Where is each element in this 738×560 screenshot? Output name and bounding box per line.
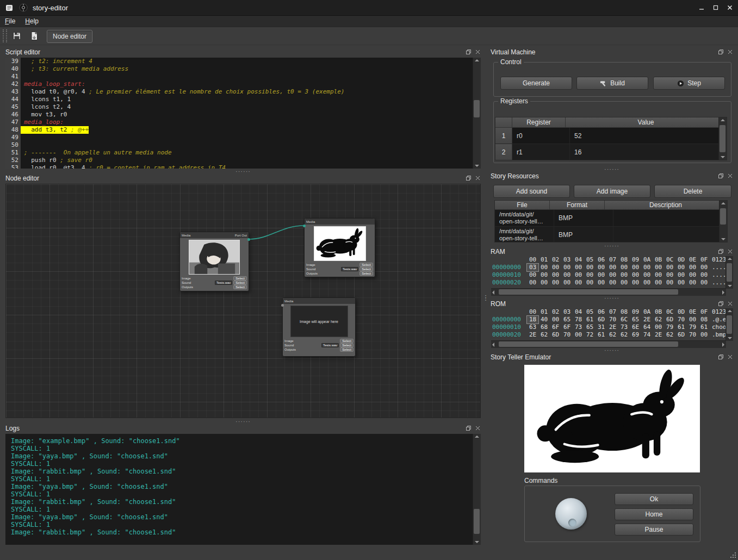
hex-byte[interactable]: 00 xyxy=(618,264,630,271)
scroll-up-arrow[interactable] xyxy=(726,256,733,263)
hex-byte[interactable]: 00 xyxy=(550,271,561,279)
description-cell[interactable] xyxy=(613,227,727,242)
hex-byte[interactable]: 74 xyxy=(641,331,653,339)
float-panel-button[interactable] xyxy=(717,248,724,255)
scroll-left-arrow[interactable] xyxy=(491,289,498,296)
hex-byte[interactable]: 00 xyxy=(687,271,698,279)
scroll-right-arrow[interactable] xyxy=(719,341,726,348)
hex-byte[interactable]: 00 xyxy=(573,264,584,271)
node-row-select-button[interactable]: Select xyxy=(359,271,373,276)
close-panel-button[interactable] xyxy=(727,248,734,255)
scroll-up-arrow[interactable] xyxy=(473,434,480,441)
close-panel-button[interactable] xyxy=(727,300,734,307)
hex-byte[interactable]: 00 xyxy=(641,279,653,287)
register-row[interactable]: 1 r0 52 xyxy=(495,128,727,144)
hex-byte[interactable]: 00 xyxy=(698,271,710,279)
hex-byte[interactable]: 00 xyxy=(573,279,584,287)
logs-panel-header[interactable]: Logs xyxy=(3,423,483,434)
hex-byte[interactable]: 00 xyxy=(527,279,538,287)
hex-byte[interactable]: 40 xyxy=(538,316,550,323)
register-row[interactable]: 2 r1 16 xyxy=(495,144,727,160)
hex-byte[interactable]: 00 xyxy=(596,264,607,271)
hex-byte[interactable]: 63 xyxy=(527,323,538,331)
node-row-select-button[interactable]: Select xyxy=(340,343,354,347)
hex-byte[interactable]: 2E xyxy=(641,316,653,323)
scroll-right-arrow[interactable] xyxy=(719,289,726,296)
hex-byte[interactable]: 6F xyxy=(550,323,561,331)
hex-byte[interactable]: 00 xyxy=(538,271,550,279)
minimize-button[interactable] xyxy=(694,0,709,15)
hex-byte[interactable]: 6C xyxy=(618,316,630,323)
node-editor-panel-header[interactable]: Node editor xyxy=(3,173,483,184)
close-panel-button[interactable] xyxy=(474,425,481,432)
hex-byte[interactable]: 65 xyxy=(584,323,596,331)
node-canvas[interactable]: Media Port Out ImageSelectSoundTests.wav… xyxy=(5,184,481,418)
input-port[interactable] xyxy=(303,225,306,227)
scroll-thumb[interactable] xyxy=(720,208,726,225)
hex-byte[interactable]: 00 xyxy=(664,271,675,279)
close-panel-button[interactable] xyxy=(474,48,481,55)
hex-byte[interactable]: 00 xyxy=(630,279,641,287)
save-button[interactable] xyxy=(10,29,24,43)
logs-scrollbar[interactable] xyxy=(473,434,481,545)
hex-byte[interactable]: 18 xyxy=(527,316,538,323)
hex-byte[interactable]: 00 xyxy=(630,264,641,271)
hex-byte[interactable]: 79 xyxy=(687,323,698,331)
hex-byte[interactable]: 62 xyxy=(664,331,675,339)
scroll-down-arrow[interactable] xyxy=(473,538,480,545)
hex-byte[interactable]: 08 xyxy=(698,316,710,323)
hex-byte[interactable]: 64 xyxy=(641,323,653,331)
hex-byte[interactable]: 78 xyxy=(573,316,584,323)
build-button[interactable]: Build xyxy=(576,77,648,90)
node-titlebar[interactable]: Media Port Out xyxy=(180,232,249,238)
hex-byte[interactable]: 00 xyxy=(584,279,596,287)
scroll-down-arrow[interactable] xyxy=(720,235,727,242)
hex-byte[interactable]: 62 xyxy=(618,331,630,339)
hex-byte[interactable]: 00 xyxy=(664,264,675,271)
file-cell[interactable]: /mnt/data/git/ open-story-tell… xyxy=(495,210,554,226)
scroll-left-arrow[interactable] xyxy=(491,341,498,348)
script-editor-panel-header[interactable]: Script editor xyxy=(3,47,483,58)
scroll-thumb[interactable] xyxy=(499,289,678,295)
scroll-thumb[interactable] xyxy=(474,509,480,534)
scroll-thumb[interactable] xyxy=(499,341,678,347)
close-button[interactable] xyxy=(723,0,737,15)
hex-byte[interactable]: 2E xyxy=(607,323,618,331)
hex-byte[interactable]: 65 xyxy=(561,316,573,323)
hex-byte[interactable]: 62 xyxy=(607,331,618,339)
format-cell[interactable]: BMP xyxy=(554,227,613,242)
hex-byte[interactable]: 6D xyxy=(675,331,687,339)
hex-byte[interactable]: 00 xyxy=(596,279,607,287)
hex-byte[interactable]: 00 xyxy=(584,264,596,271)
hex-byte[interactable]: 00 xyxy=(527,271,538,279)
hex-byte[interactable]: 00 xyxy=(584,271,596,279)
toolbar-drag-handle[interactable] xyxy=(3,29,7,42)
window-resize-grip[interactable] xyxy=(730,552,736,558)
scroll-up-arrow[interactable] xyxy=(719,117,726,125)
ok-button[interactable]: Ok xyxy=(615,493,693,505)
close-panel-button[interactable] xyxy=(727,353,734,360)
hex-byte[interactable]: 31 xyxy=(596,323,607,331)
export-script-button[interactable] xyxy=(27,29,41,43)
scroll-thumb[interactable] xyxy=(720,125,725,152)
resource-row[interactable]: /mnt/data/git/ open-story-tell… BMP xyxy=(495,210,727,227)
hex-byte[interactable]: 00 xyxy=(675,279,687,287)
node-row-select-button[interactable]: Select xyxy=(340,339,354,343)
file-column-header[interactable]: File xyxy=(495,201,550,210)
hex-byte[interactable]: 70 xyxy=(687,331,698,339)
menu-file[interactable]: File xyxy=(0,16,20,26)
scroll-up-arrow[interactable] xyxy=(720,201,727,208)
hex-byte[interactable]: 00 xyxy=(573,331,584,339)
float-panel-button[interactable] xyxy=(465,425,472,432)
script-editor-scrollbar[interactable] xyxy=(473,58,481,169)
splitter-main-columns[interactable] xyxy=(483,47,488,548)
titlebar[interactable]: story-editor xyxy=(0,0,738,16)
hex-byte[interactable]: 00 xyxy=(687,316,698,323)
hex-byte[interactable]: 69 xyxy=(630,331,641,339)
hex-byte[interactable]: 70 xyxy=(607,316,618,323)
node-row-select-button[interactable]: Select xyxy=(233,276,247,281)
float-panel-button[interactable] xyxy=(717,48,724,55)
hex-byte[interactable]: 6F xyxy=(561,323,573,331)
resources-scrollbar[interactable] xyxy=(719,201,727,242)
file-cell[interactable]: /mnt/data/git/ open-story-tell… xyxy=(495,227,554,242)
